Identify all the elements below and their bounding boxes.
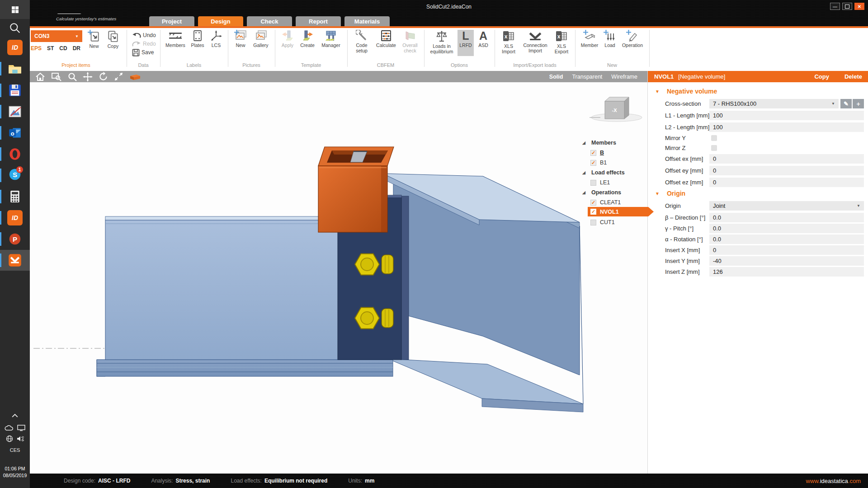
link-st[interactable]: ST bbox=[47, 45, 54, 52]
tree-expand-icon[interactable]: ◢ bbox=[582, 141, 588, 145]
solid-brick-icon[interactable] bbox=[129, 73, 141, 81]
link-dr[interactable]: DR bbox=[73, 45, 80, 52]
tab-design[interactable]: Design bbox=[198, 16, 243, 26]
checkbox-checked-icon[interactable] bbox=[590, 209, 596, 215]
taskbar-opera-button[interactable] bbox=[6, 145, 24, 163]
taskbar-powerpoint-button[interactable] bbox=[6, 230, 24, 248]
minimize-button[interactable]: — bbox=[830, 3, 840, 10]
taskbar-idea-statica-icon[interactable]: ID bbox=[6, 38, 24, 56]
insert-z-input[interactable]: 126 bbox=[709, 267, 864, 277]
3d-scene[interactable]: -X bbox=[30, 82, 647, 474]
checkbox-checked-icon[interactable] bbox=[590, 200, 596, 206]
origin-dropdown[interactable]: Joint ▼ bbox=[709, 201, 864, 211]
link-eps[interactable]: EPS bbox=[31, 45, 42, 52]
maximize-button[interactable] bbox=[842, 3, 852, 10]
lcs-button[interactable]: LCS bbox=[208, 30, 224, 56]
tree-item-label[interactable]: B bbox=[600, 150, 604, 156]
tree-item-b1[interactable]: B1 bbox=[582, 158, 607, 167]
taskbar-idea-statica-button-2[interactable]: ID bbox=[6, 209, 24, 227]
offset-ez-input[interactable]: 0 bbox=[709, 178, 864, 187]
member-b1[interactable] bbox=[382, 174, 583, 412]
create-template-button[interactable]: Create bbox=[297, 30, 317, 56]
section-negative-volume[interactable]: ▼ Negative volume bbox=[655, 88, 717, 95]
beta-direction-input[interactable]: 0.0 bbox=[709, 213, 864, 222]
template-manager-button[interactable]: Manager bbox=[318, 30, 344, 56]
tray-row-2[interactable] bbox=[0, 435, 30, 442]
xls-import-button[interactable]: XLS Import bbox=[498, 30, 519, 56]
home-view-icon[interactable] bbox=[35, 72, 45, 81]
taskbar-search-button[interactable] bbox=[6, 19, 24, 37]
save-button[interactable]: Save bbox=[132, 49, 154, 56]
taskbar-clock[interactable]: 01:06 PM 08/05/2019 bbox=[0, 465, 30, 479]
view-mode-wireframe[interactable]: Wireframe bbox=[611, 74, 637, 80]
taskbar-outlook-button[interactable] bbox=[6, 124, 24, 142]
view-cube[interactable]: -X bbox=[590, 97, 642, 122]
alpha-rotation-input[interactable]: 0.0 bbox=[709, 235, 864, 244]
tree-item-cleat1[interactable]: CLEAT1 bbox=[582, 198, 621, 207]
negative-volume-tube[interactable] bbox=[318, 147, 394, 232]
checkbox-unchecked-icon[interactable] bbox=[590, 220, 596, 225]
tab-project[interactable]: Project bbox=[149, 16, 194, 26]
tray-row-1[interactable] bbox=[0, 425, 30, 431]
view-mode-solid[interactable]: Solid bbox=[549, 74, 563, 80]
tab-check[interactable]: Check bbox=[247, 16, 292, 26]
zoom-fit-icon[interactable] bbox=[114, 72, 123, 81]
members-button[interactable]: Members bbox=[164, 30, 187, 56]
asd-toggle[interactable]: A ASD bbox=[476, 30, 491, 56]
gamma-pitch-input[interactable]: 0.0 bbox=[709, 224, 864, 233]
tree-item-le1[interactable]: LE1 bbox=[582, 178, 610, 187]
close-button[interactable]: ✕ bbox=[854, 3, 864, 10]
gallery-button[interactable]: Gallery bbox=[250, 30, 271, 56]
checkbox-unchecked-icon[interactable] bbox=[590, 180, 596, 186]
l2-length-input[interactable]: 100 bbox=[709, 122, 864, 132]
website-link[interactable]: www.ideastatica.com bbox=[806, 478, 861, 484]
taskbar-photos-button[interactable] bbox=[6, 103, 24, 121]
redo-button[interactable]: Redo bbox=[132, 40, 156, 47]
undo-button[interactable]: Undo bbox=[132, 32, 156, 39]
code-setup-button[interactable]: Code setup bbox=[352, 30, 372, 56]
checkbox-checked-icon[interactable] bbox=[590, 150, 596, 156]
cross-section-dropdown[interactable]: 7 - RHS100x100 ▼ bbox=[709, 99, 839, 108]
new-load-button[interactable]: Load bbox=[601, 30, 618, 56]
taskbar-calculator-button[interactable] bbox=[6, 188, 24, 206]
edit-cross-section-button[interactable]: ✎ bbox=[840, 99, 852, 108]
tree-expand-icon[interactable]: ◢ bbox=[582, 170, 588, 175]
connection-import-button[interactable]: Connection Import bbox=[521, 30, 550, 56]
zoom-window-icon[interactable] bbox=[51, 72, 62, 81]
link-cd[interactable]: CD bbox=[59, 45, 67, 52]
new-project-item-button[interactable]: New bbox=[85, 30, 103, 56]
mirror-y-checkbox[interactable] bbox=[711, 135, 717, 141]
tab-materials[interactable]: Materials bbox=[344, 16, 390, 26]
project-item-combo[interactable]: CON3▼ bbox=[31, 30, 82, 42]
copy-project-item-button[interactable]: Copy bbox=[104, 30, 122, 56]
tree-group-members[interactable]: ◢ Members bbox=[582, 138, 616, 147]
lrfd-toggle[interactable]: L LRFD bbox=[458, 30, 474, 56]
tab-report[interactable]: Report bbox=[296, 16, 341, 26]
tree-expand-icon[interactable]: ◢ bbox=[582, 190, 588, 195]
section-origin[interactable]: ▼ Origin bbox=[655, 190, 685, 197]
plates-button[interactable]: Plates bbox=[188, 30, 207, 56]
tree-item-b[interactable]: B bbox=[582, 148, 604, 157]
new-member-button[interactable]: Member bbox=[579, 30, 600, 56]
checkbox-checked-icon[interactable] bbox=[590, 160, 596, 166]
insert-y-input[interactable]: -40 bbox=[709, 256, 864, 266]
delete-operation-button[interactable]: Delete bbox=[844, 73, 862, 80]
3d-viewport[interactable]: -X bbox=[30, 82, 647, 474]
language-indicator[interactable]: CES bbox=[0, 447, 30, 453]
taskbar-skype-button[interactable]: 1 bbox=[6, 166, 24, 184]
copy-operation-button[interactable]: Copy bbox=[814, 73, 829, 80]
collapse-triangle-icon[interactable]: ▼ bbox=[655, 89, 660, 94]
zoom-icon[interactable] bbox=[68, 72, 77, 81]
selected-row-highlight[interactable]: NVOL1 bbox=[588, 207, 654, 216]
tree-group-operations[interactable]: ◢ Operations bbox=[582, 188, 621, 197]
taskbar-file-explorer-button[interactable] bbox=[6, 60, 24, 78]
offset-ex-input[interactable]: 0 bbox=[709, 154, 864, 164]
rotate-view-icon[interactable] bbox=[99, 72, 108, 81]
xls-export-button[interactable]: XLS Export bbox=[552, 30, 571, 56]
overall-check-button[interactable]: Overall check bbox=[400, 30, 420, 56]
mirror-z-checkbox[interactable] bbox=[711, 145, 717, 151]
new-operation-button[interactable]: Operation bbox=[619, 30, 646, 56]
tray-expand-button[interactable] bbox=[0, 413, 30, 418]
tree-group-load-effects[interactable]: ◢ Load effects bbox=[582, 168, 625, 177]
pan-icon[interactable] bbox=[83, 72, 93, 82]
